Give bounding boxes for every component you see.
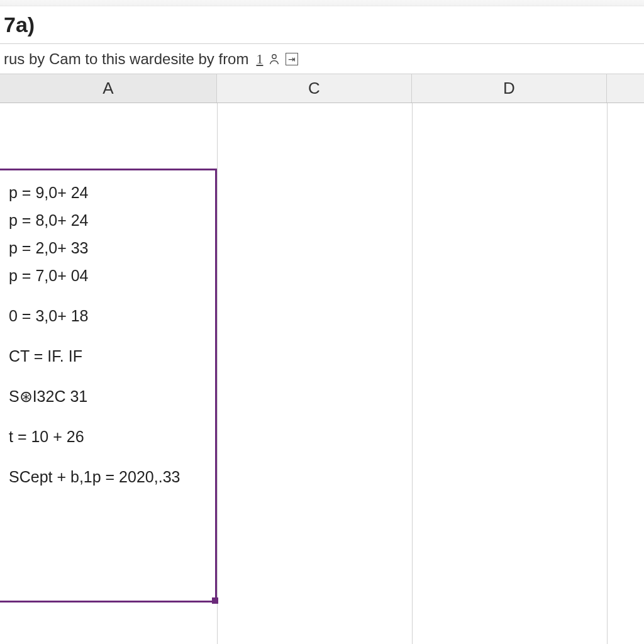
sub-header-text: rus by Cam to this wardesite by from <box>4 50 248 68</box>
cell-line-gap <box>9 410 210 423</box>
cell-line: t = 10 + 26 <box>9 423 210 450</box>
cell-line: SCept + b,1p = 2020,.33 <box>9 463 210 491</box>
window-chrome-strip <box>0 0 644 6</box>
cell-line: p = 9,0+ 24 <box>9 179 210 206</box>
page-title: 7a) <box>4 13 35 37</box>
column-header-D[interactable]: D <box>412 74 607 103</box>
person-icon[interactable] <box>268 53 280 65</box>
svg-point-0 <box>272 54 276 58</box>
column-header-E[interactable] <box>607 74 644 103</box>
column-header-C-label: C <box>308 79 320 98</box>
column-header-C[interactable]: C <box>217 74 412 103</box>
insert-box-glyph: ⇥ <box>288 54 296 64</box>
column-header-A-label: A <box>103 79 113 98</box>
sub-header-icons: 1 ⇥ <box>256 51 298 67</box>
cell-line-gap <box>9 330 210 342</box>
gridline-CD <box>412 103 413 644</box>
title-bar: 7a) <box>0 6 644 44</box>
column-header-D-label: D <box>503 79 515 98</box>
cell-line-gap <box>9 450 210 463</box>
cell-line: CT = IF. IF <box>9 342 210 370</box>
gridline-DE <box>607 103 608 644</box>
sub-header: rus by Cam to this wardesite by from 1 ⇥ <box>0 44 644 74</box>
gridline-AC <box>217 103 218 644</box>
cell-line: 0 = 3,0+ 18 <box>9 302 210 330</box>
underline-icon[interactable]: 1 <box>256 51 263 67</box>
cell-line-gap <box>9 370 210 382</box>
active-cell-content[interactable]: p = 9,0+ 24 p = 8,0+ 24 p = 2,0+ 33 p = … <box>9 179 210 491</box>
cell-line-gap <box>9 289 210 302</box>
cell-line: p = 2,0+ 33 <box>9 234 210 262</box>
cell-line: p = 8,0+ 24 <box>9 206 210 234</box>
cell-line: S⊛I32C 31 <box>9 382 210 410</box>
spreadsheet-grid[interactable]: p = 9,0+ 24 p = 8,0+ 24 p = 2,0+ 33 p = … <box>0 103 644 644</box>
insert-box-icon[interactable]: ⇥ <box>286 53 298 65</box>
column-headers: A C D <box>0 74 644 103</box>
cell-line: p = 7,0+ 04 <box>9 262 210 289</box>
column-header-A[interactable]: A <box>0 74 217 103</box>
